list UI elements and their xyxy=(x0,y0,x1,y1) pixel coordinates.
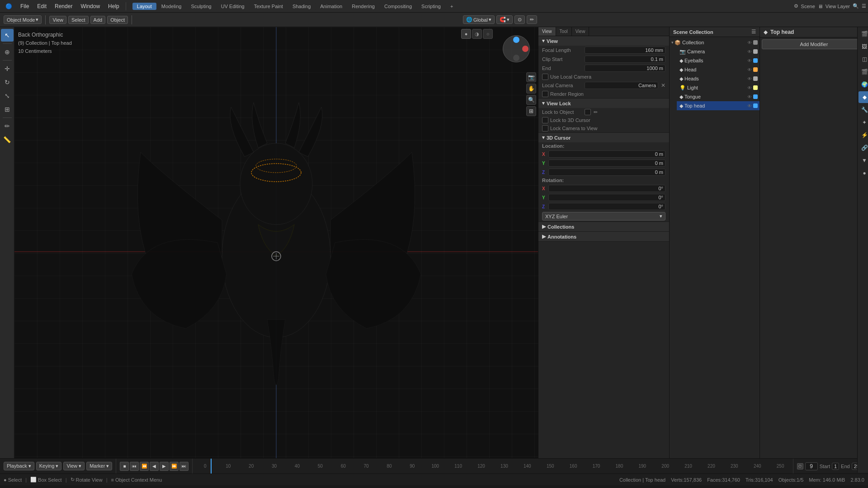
scene-props-tab[interactable]: 🎬 xyxy=(859,66,868,78)
mode-dropdown[interactable]: Object Mode ▾ xyxy=(4,15,42,24)
top-head-vis[interactable]: 👁 xyxy=(747,103,752,108)
workspace-animation[interactable]: Animation xyxy=(316,3,347,10)
workspace-sculpting[interactable]: Sculpting xyxy=(186,3,216,10)
outliner-collection[interactable]: ▾ 📦 Collection 👁 xyxy=(670,38,760,47)
head-vis[interactable]: 👁 xyxy=(747,67,752,72)
scale-tool[interactable]: ⤡ xyxy=(1,89,14,102)
n-tab-view[interactable]: View xyxy=(538,27,556,36)
help-menu[interactable]: Help xyxy=(104,2,123,10)
edit-menu[interactable]: Edit xyxy=(33,2,50,10)
cursor-tool[interactable]: ⊕ xyxy=(1,46,14,58)
cursor-rx-value[interactable]: 0° xyxy=(548,185,665,192)
nav-circle[interactable] xyxy=(503,35,530,62)
eyeballs-vis[interactable]: 👁 xyxy=(747,58,752,63)
playback-dropdown[interactable]: Playback ▾ xyxy=(4,462,34,470)
add-modifier-btn[interactable]: Add Modifier xyxy=(762,39,866,49)
timeline-bar[interactable]: 0 10 20 30 40 50 60 70 80 90 100 110 120… xyxy=(193,459,793,474)
n-tab-tool[interactable]: Tool xyxy=(556,27,572,36)
view-lock-header[interactable]: ▾ View Lock xyxy=(538,99,669,108)
outliner-tongue[interactable]: ◆ Tongue 👁 xyxy=(677,92,760,101)
workspace-rendering[interactable]: Rendering xyxy=(347,3,379,10)
timeline-play-reverse-btn[interactable]: ◀ xyxy=(150,462,159,471)
rotate-tool[interactable]: ↻ xyxy=(1,76,14,89)
timeline-step-forward-btn[interactable]: ⏩ xyxy=(170,462,179,471)
timeline-jump-start-btn[interactable]: ⏮ xyxy=(130,462,139,471)
object-menu-btn[interactable]: Object xyxy=(107,16,128,24)
transform-orientation[interactable]: 🌐 Global ▾ xyxy=(463,15,495,24)
workspace-add[interactable]: + xyxy=(446,3,458,10)
select-tool[interactable]: ↖ xyxy=(1,29,14,42)
workspace-layout[interactable]: Layout xyxy=(132,3,156,10)
filter-icon[interactable]: ☰ xyxy=(862,3,866,9)
file-menu[interactable]: File xyxy=(17,2,33,10)
focal-length-value[interactable]: 160 mm xyxy=(585,47,665,54)
material-props-tab[interactable]: ● xyxy=(859,167,868,179)
outliner-light[interactable]: 💡 Light 👁 xyxy=(677,83,760,92)
start-value[interactable]: 1 xyxy=(832,463,839,470)
timeline-play-btn[interactable]: ▶ xyxy=(160,462,169,471)
nav-top[interactable] xyxy=(513,37,519,43)
workspace-texture-paint[interactable]: Texture Paint xyxy=(250,3,288,10)
outliner-top-head[interactable]: ◆ Top head 👁 xyxy=(677,101,760,110)
collection-vis[interactable]: 👁 xyxy=(747,40,752,45)
cursor-y-value[interactable]: 0 m xyxy=(548,160,665,167)
output-props-tab[interactable]: 🖼 xyxy=(859,41,868,52)
shading-material[interactable]: ◑ xyxy=(472,29,482,39)
cursor-rz-value[interactable]: 0° xyxy=(548,203,665,210)
proportional-btn[interactable]: ⊙ xyxy=(514,15,525,24)
lock-3d-cursor-checkbox[interactable] xyxy=(542,117,548,123)
cursor-z-value[interactable]: 0 m xyxy=(548,169,665,176)
nav-right[interactable] xyxy=(522,46,528,52)
cursor-3d-header[interactable]: ▾ 3D Cursor xyxy=(538,133,669,142)
blender-menu[interactable]: 🔵 xyxy=(2,2,16,10)
outliner-heads[interactable]: ◆ Heads 👁 xyxy=(677,74,760,83)
workspace-uv-editing[interactable]: UV Editing xyxy=(217,3,249,10)
shading-solid[interactable]: ● xyxy=(461,29,471,39)
clip-end-value[interactable]: 1000 m xyxy=(585,65,665,72)
window-menu[interactable]: Window xyxy=(77,2,104,10)
world-props-tab[interactable]: 🌍 xyxy=(859,79,868,90)
timeline-jump-end-btn[interactable]: ⏭ xyxy=(179,462,189,471)
viewport-zoom-btn[interactable]: 🔍 xyxy=(526,95,536,105)
camera-value[interactable]: Camera xyxy=(585,82,658,89)
object-props-tab[interactable]: ◆ xyxy=(859,91,868,103)
move-tool[interactable]: ✛ xyxy=(1,62,14,75)
lock-camera-checkbox[interactable] xyxy=(542,125,548,131)
timeline-stop-btn[interactable]: ■ xyxy=(120,462,129,471)
workspace-shading[interactable]: Shading xyxy=(288,3,315,10)
shading-render[interactable]: ○ xyxy=(483,29,493,39)
timeline-step-back-btn[interactable]: ⏪ xyxy=(140,462,149,471)
search-icon[interactable]: 🔍 xyxy=(853,3,859,9)
workspace-compositing[interactable]: Compositing xyxy=(380,3,416,10)
clip-start-value[interactable]: 0.1 m xyxy=(585,56,665,63)
keying-dropdown[interactable]: Keying ▾ xyxy=(36,462,62,470)
camera-vis[interactable]: 👁 xyxy=(747,49,752,54)
camera-close-icon[interactable]: ✕ xyxy=(661,82,665,89)
n-tab-view2[interactable]: View xyxy=(572,27,590,36)
outliner-eyeballs[interactable]: ◆ Eyeballs 👁 xyxy=(677,56,760,65)
lock-object-edit-icon[interactable]: ✏ xyxy=(594,109,598,115)
outliner-head[interactable]: ◆ Head 👁 xyxy=(677,65,760,74)
physics-props-tab[interactable]: ⚡ xyxy=(859,129,868,141)
snap-dropdown[interactable]: 🧲 ▾ xyxy=(496,15,513,24)
viewport-move-btn[interactable]: ✋ xyxy=(526,84,536,94)
cursor-ry-value[interactable]: 0° xyxy=(548,194,665,201)
viewport-nav-gizmo[interactable] xyxy=(498,31,534,67)
data-props-tab[interactable]: ▼ xyxy=(859,155,868,166)
view-menu-btn[interactable]: View xyxy=(49,16,66,24)
render-props-tab[interactable]: 🎬 xyxy=(859,28,868,40)
render-region-checkbox[interactable] xyxy=(542,91,548,97)
annotation-btn[interactable]: ✏ xyxy=(527,15,537,24)
rotation-mode-dropdown[interactable]: XYZ Euler ▾ xyxy=(542,212,665,221)
view-layer-props-tab[interactable]: ◫ xyxy=(859,53,868,65)
outliner-filter-icon[interactable]: ☰ xyxy=(751,29,756,35)
marker-dropdown[interactable]: Marker ▾ xyxy=(86,462,112,470)
select-menu-btn[interactable]: Select xyxy=(68,16,89,24)
add-menu-btn[interactable]: Add xyxy=(90,16,106,24)
transform-tool[interactable]: ⊞ xyxy=(1,103,14,116)
annotate-tool[interactable]: ✏ xyxy=(1,120,14,132)
cursor-x-value[interactable]: 0 m xyxy=(548,150,665,158)
constraints-props-tab[interactable]: 🔗 xyxy=(859,142,868,154)
view-section-header[interactable]: ▾ View xyxy=(538,36,669,46)
annotations-header[interactable]: ▶ Annotations xyxy=(538,232,669,241)
